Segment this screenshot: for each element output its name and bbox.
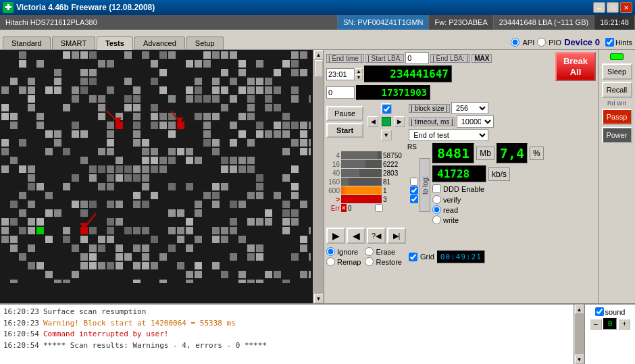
power-button[interactable]: Power <box>602 127 632 143</box>
serial-number: SN: PVF004Z41T1GMN <box>338 15 430 30</box>
rewind-button[interactable]: ◀ <box>347 228 365 244</box>
passp-button[interactable]: Passp <box>602 109 632 125</box>
nav-down-button[interactable]: ▼ <box>381 130 392 140</box>
volume-plus-button[interactable]: + <box>618 319 630 330</box>
time-up-btn[interactable]: ▲ <box>355 68 363 74</box>
nav-right-button[interactable]: ▶ <box>394 116 405 127</box>
speed-row-16: 16 6222 <box>326 160 418 168</box>
content-area: ▲ ▼ | End time | | S <box>0 50 635 303</box>
block-size-row: | block size | 256 512 1024 <box>409 102 493 114</box>
read-radio[interactable] <box>432 205 441 214</box>
current-value-input[interactable] <box>326 86 355 99</box>
hints-checkbox[interactable] <box>605 38 614 47</box>
tab-tests[interactable]: Tests <box>97 36 133 50</box>
scroll-thumb[interactable] <box>315 60 323 77</box>
speed-row-160: 160 81 <box>326 178 418 186</box>
pause-button[interactable]: Pause <box>326 106 363 121</box>
scan-panel: ▲ ▼ <box>0 50 324 303</box>
status-select[interactable]: End of test <box>409 129 488 141</box>
stats-row: RS 4 58750 16 6222 <box>326 143 596 224</box>
sleep-button[interactable]: Sleep <box>602 63 632 80</box>
log-msg-2: Warning! Block start at 14200064 = 55338… <box>43 318 236 330</box>
kbs-row: 41728 kb/s <box>432 165 596 182</box>
grid-checkbox[interactable] <box>409 253 417 261</box>
nav-checkbox[interactable] <box>382 105 391 113</box>
speed-label-err: Err <box>326 205 340 212</box>
lba-labels-row: | End time | | Start LBA: | End LBA: | M… <box>326 52 553 64</box>
recall-button[interactable]: Recall <box>602 82 632 98</box>
start-lba-input[interactable] <box>405 52 429 64</box>
end-time-input[interactable] <box>326 68 355 80</box>
nav-left-button[interactable]: ◀ <box>367 116 378 127</box>
break-all-button[interactable]: Break All <box>555 52 596 81</box>
erase-label: Erase <box>376 248 395 256</box>
top-controls-row: | End time | | Start LBA: | End LBA: | M… <box>326 52 596 100</box>
nav-diamond: ▲ ▼ ◀ ▶ <box>367 103 405 140</box>
restore-radio[interactable] <box>365 257 374 266</box>
log-checkbox-160[interactable] <box>410 178 418 186</box>
tab-smart[interactable]: SMART <box>52 36 95 49</box>
vertical-scrollbar[interactable]: ▲ ▼ <box>313 50 324 303</box>
pause-start-section: Pause Start <box>326 106 363 138</box>
speed-row-40: 40 2803 <box>326 169 418 177</box>
step-button[interactable]: ?◀ <box>367 228 386 244</box>
api-radio[interactable] <box>511 38 519 47</box>
scroll-up-button[interactable]: ▲ <box>314 50 324 59</box>
log-line-1: 16:20:23 Surface scan resumption <box>3 307 570 318</box>
tab-setup[interactable]: Setup <box>186 36 224 49</box>
grid-section: Grid 00:49:21 <box>409 251 485 263</box>
sound-section: sound – 0 + <box>584 305 635 364</box>
write-radio[interactable] <box>432 215 441 224</box>
log-scrollbar[interactable]: ▲ ▼ <box>574 305 584 364</box>
current-lba-display: 17371903 <box>356 85 430 100</box>
device-label: Device 0 <box>564 37 600 47</box>
tab-advanced[interactable]: Advanced <box>134 36 185 49</box>
log-checkbox-600[interactable] <box>410 186 418 194</box>
kbs-value: 41728 <box>432 165 486 182</box>
scroll-track[interactable] <box>314 59 324 294</box>
sound-checkbox[interactable] <box>595 307 604 316</box>
log-scroll-track[interactable] <box>575 314 584 355</box>
volume-display: 0 <box>603 318 617 330</box>
play-button[interactable]: ▶ <box>326 228 345 244</box>
block-timeout-section: | block size | 256 512 1024 | timeout, m… <box>409 102 493 141</box>
log-time-4: 16:20:54 <box>3 340 39 352</box>
log-scroll-up[interactable]: ▲ <box>575 305 584 314</box>
volume-minus-button[interactable]: – <box>590 319 602 330</box>
start-button[interactable]: Start <box>326 123 363 138</box>
timeout-label: | timeout, ms | <box>409 118 455 126</box>
verify-radio[interactable] <box>432 195 441 204</box>
ddd-checkbox[interactable] <box>432 184 441 193</box>
ignore-radio[interactable] <box>326 247 335 256</box>
system-time: 16:21:48 <box>594 15 635 30</box>
sound-label: sound <box>605 308 626 316</box>
nav-center-indicator <box>382 117 391 126</box>
log-msg-3: Command interrupted by user! <box>43 329 168 340</box>
sound-row: sound <box>595 307 626 316</box>
block-size-label: | block size | <box>409 104 450 113</box>
right-area: | End time | | Start LBA: | End LBA: | M… <box>324 50 635 303</box>
ignore-remap-group: Ignore Remap <box>326 247 361 266</box>
close-button[interactable]: ✕ <box>620 2 632 13</box>
maximize-button[interactable]: □ <box>607 2 619 13</box>
scroll-down-button[interactable]: ▼ <box>314 294 324 303</box>
timeout-select[interactable]: 10000 5000 20000 <box>457 115 494 128</box>
controls-row2: Pause Start ▲ ▼ ◀ ▶ <box>326 102 596 141</box>
verify-row: verify <box>432 195 596 204</box>
read-label: read <box>443 206 458 214</box>
time-down-btn[interactable]: ▼ <box>355 74 363 80</box>
log-checkbox-gt[interactable] <box>410 195 418 203</box>
tab-standard[interactable]: Standard <box>3 36 51 49</box>
remap-radio[interactable] <box>326 257 335 266</box>
speed-label-4: 4 <box>326 152 340 159</box>
log-scroll-down[interactable]: ▼ <box>575 355 584 364</box>
log-checkbox-err[interactable] <box>375 204 383 212</box>
log-msg-1: Surface scan resumption <box>43 307 146 318</box>
erase-radio[interactable] <box>365 247 374 256</box>
minimize-button[interactable]: – <box>593 2 605 13</box>
pio-radio[interactable] <box>537 38 546 47</box>
remap-label: Remap <box>337 258 361 266</box>
end-button[interactable]: ▶| <box>387 228 406 244</box>
block-size-select[interactable]: 256 512 1024 <box>451 102 488 114</box>
ignore-label: Ignore <box>337 248 358 256</box>
